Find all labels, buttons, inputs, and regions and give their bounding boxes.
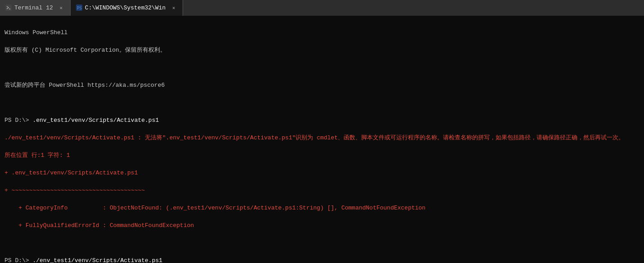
terminal-content[interactable]: Windows PowerShell 版权所有 (C) Microsoft Co… xyxy=(0,16,644,263)
tab-terminal12-close[interactable]: ✕ xyxy=(58,4,65,11)
terminal-line: ./env_test1/venv/Scripts/Activate.ps1 : … xyxy=(4,134,640,143)
terminal-line: + .env_test1/venv/Scripts/Activate.ps1 xyxy=(4,169,640,178)
powershell-icon: PS xyxy=(76,4,82,11)
terminal-line xyxy=(4,98,640,107)
tab-terminal12[interactable]: Terminal 12 ✕ xyxy=(0,0,71,16)
terminal-line: + ~~~~~~~~~~~~~~~~~~~~~~~~~~~~~~~~~~~~~~ xyxy=(4,186,640,195)
tab-powershell[interactable]: PS C:\WINDOWS\System32\Win ✕ xyxy=(71,0,183,16)
title-bar: Terminal 12 ✕ PS C:\WINDOWS\System32\Win… xyxy=(0,0,644,16)
terminal-icon xyxy=(5,4,12,11)
terminal-line: PS D:\> .env_test1/venv/Scripts/Activate… xyxy=(4,116,640,125)
tab-powershell-label: C:\WINDOWS\System32\Win xyxy=(85,4,165,11)
terminal-line: 尝试新的跨平台 PowerShell https://aka.ms/pscore… xyxy=(4,81,640,90)
tab-terminal12-label: Terminal 12 xyxy=(14,4,53,11)
terminal-line xyxy=(4,239,640,248)
tab-bar-fill xyxy=(183,0,644,16)
terminal-line: + FullyQualifiedErrorId : CommandNotFoun… xyxy=(4,221,640,230)
terminal-line: 版权所有 (C) Microsoft Corporation。保留所有权利。 xyxy=(4,46,640,55)
terminal-line: + CategoryInfo : ObjectNotFound: (.env_t… xyxy=(4,204,640,213)
tab-powershell-close[interactable]: ✕ xyxy=(170,4,177,11)
terminal-line: PS D:\> ./env_test1/venv/Scripts/Activat… xyxy=(4,256,640,263)
terminal-line: Windows PowerShell xyxy=(4,28,640,37)
terminal-line: 所在位置 行:1 字符: 1 xyxy=(4,151,640,160)
svg-text:PS: PS xyxy=(77,6,82,10)
terminal-line xyxy=(4,63,640,72)
